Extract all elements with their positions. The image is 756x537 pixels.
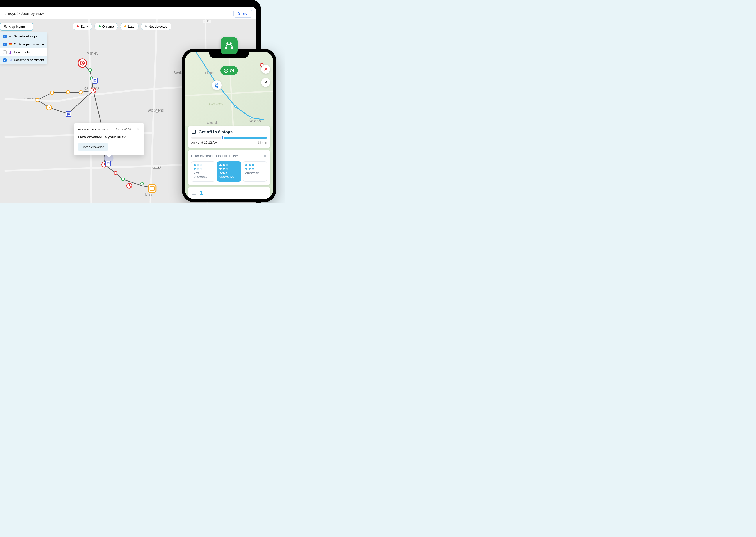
- svg-point-16: [140, 182, 143, 185]
- map-place-label: Waik: [174, 71, 183, 75]
- phone-map-place: Ohapuku: [207, 121, 219, 125]
- dot-icon: [99, 25, 100, 27]
- popup-timestamp: Posted 09:20: [115, 128, 131, 131]
- svg-point-26: [230, 43, 231, 44]
- legend-label: Early: [80, 24, 88, 28]
- svg-rect-37: [192, 130, 195, 133]
- otp-lines-icon: [9, 43, 12, 46]
- layer-option-heartbeats[interactable]: Heartbeats: [0, 48, 47, 56]
- crowding-option-not-crowded[interactable]: NOT CROWDED: [191, 161, 215, 182]
- journey-card: Get off in 8 stops Arrive at 10:12 AM 18…: [188, 126, 270, 148]
- legend-label: Late: [128, 24, 134, 28]
- road-badge: SH 1: [203, 20, 211, 23]
- crowd-dots-icon: [245, 164, 264, 170]
- svg-point-1: [80, 61, 84, 65]
- svg-rect-18: [150, 186, 154, 190]
- comment-marker-icon[interactable]: [105, 161, 111, 166]
- sentiment-popup: PASSENGER SENTIMENT Posted 09:20 ✕ How c…: [74, 123, 144, 155]
- remaining-mins: 18 min: [257, 141, 267, 144]
- bus-location-marker[interactable]: [212, 80, 222, 90]
- svg-point-31: [225, 70, 226, 70]
- popup-title: PASSENGER SENTIMENT: [78, 128, 110, 131]
- svg-point-39: [193, 134, 193, 134]
- svg-point-9: [47, 105, 52, 110]
- map-place-label: Fernside: [24, 97, 39, 102]
- layer-label: Scheduled stops: [14, 35, 37, 38]
- x-icon: ✕: [264, 66, 268, 72]
- phone-map[interactable]: Flaxton Cust River Ohapuku Kaiapoi 74 ✕: [185, 52, 273, 126]
- svg-rect-41: [192, 191, 196, 194]
- layer-option-otp[interactable]: On time performance: [0, 40, 47, 48]
- phone-cards: Get off in 8 stops Arrive at 10:12 AM 18…: [188, 126, 270, 199]
- score-pill[interactable]: 74: [220, 66, 238, 75]
- breadcrumb[interactable]: urneys > Journey view: [4, 11, 44, 16]
- popup-answer-chip: Some crowding: [78, 143, 108, 151]
- svg-rect-34: [216, 85, 218, 86]
- phone-locate-button[interactable]: [261, 78, 270, 87]
- map-layers-label: Map layers: [9, 25, 25, 28]
- svg-point-30: [224, 69, 228, 72]
- dot-icon: [124, 25, 126, 27]
- svg-point-6: [66, 91, 69, 94]
- legend-late[interactable]: Late: [120, 22, 139, 30]
- svg-point-35: [216, 87, 216, 88]
- chevron-up-icon: [26, 25, 30, 28]
- svg-point-24: [232, 48, 233, 49]
- map-place-label: Woodend: [147, 108, 164, 113]
- crowd-option-label: CROWDED: [245, 172, 264, 176]
- svg-point-8: [36, 99, 39, 102]
- route-number: 1: [200, 189, 203, 196]
- popup-question: How crowded is your bus?: [78, 135, 139, 140]
- svg-point-25: [227, 43, 228, 44]
- legend-early[interactable]: Early: [72, 22, 92, 30]
- checkbox-icon: [3, 35, 7, 38]
- phone-close-button[interactable]: ✕: [261, 65, 270, 74]
- bus-icon: [215, 84, 219, 88]
- layer-label: Passenger sentiment: [14, 58, 44, 62]
- layer-label: Heartbeats: [14, 51, 30, 54]
- svg-point-2: [89, 69, 92, 72]
- dot-icon: [145, 25, 147, 27]
- svg-point-28: [250, 117, 252, 118]
- journey-progress[interactable]: [191, 137, 267, 139]
- crowd-dots-icon: [194, 164, 213, 170]
- map-place-label: Ashley: [87, 51, 99, 56]
- arrival-time: Arrive at 10:12 AM: [191, 141, 217, 144]
- crowding-option-some[interactable]: SOME CROWDING: [217, 161, 241, 182]
- comment-marker-icon[interactable]: [66, 111, 71, 117]
- checkbox-icon: [3, 58, 7, 62]
- map-layers-dropdown: Scheduled stops On time performance: [0, 32, 47, 64]
- wifi-icon: [215, 82, 218, 84]
- comment-icon: [9, 59, 12, 62]
- close-icon[interactable]: ✕: [136, 127, 139, 132]
- legend: Early On time Late Not detected: [72, 22, 172, 30]
- map-layers-button[interactable]: Map layers: [0, 22, 33, 31]
- crowding-option-crowded[interactable]: CROWDED: [243, 161, 267, 182]
- phone-frame: Flaxton Cust River Ohapuku Kaiapoi 74 ✕ …: [182, 49, 276, 202]
- crowd-dots-icon: [219, 164, 239, 170]
- share-button[interactable]: Share: [233, 10, 252, 18]
- svg-point-40: [194, 134, 195, 134]
- bus-outline-icon: [191, 190, 197, 196]
- crowding-card: HOW CROWDED IS THE BUS? ✕ NOT CROWDED: [188, 150, 270, 185]
- layer-option-scheduled-stops[interactable]: Scheduled stops: [0, 32, 47, 40]
- layer-option-sentiment[interactable]: Passenger sentiment: [0, 56, 47, 64]
- svg-point-7: [51, 91, 54, 94]
- comment-marker-icon[interactable]: [92, 78, 98, 84]
- svg-point-4: [91, 88, 96, 93]
- svg-point-32: [226, 70, 227, 70]
- phone-screen: Flaxton Cust River Ohapuku Kaiapoi 74 ✕ …: [185, 52, 273, 199]
- checkbox-icon: [3, 51, 7, 54]
- legend-not-detected[interactable]: Not detected: [141, 22, 172, 30]
- journey-title: Get off in 8 stops: [199, 130, 233, 134]
- svg-point-13: [114, 172, 117, 175]
- phone-map-place: Kaiapoi: [249, 119, 262, 123]
- score-value: 74: [229, 68, 234, 73]
- svg-point-5: [79, 91, 82, 94]
- checkbox-icon: [3, 43, 7, 46]
- legend-on-time[interactable]: On time: [95, 22, 118, 30]
- crowding-close-icon[interactable]: ✕: [263, 153, 267, 159]
- next-stop-card: 1: [188, 187, 270, 199]
- progress-handle: [221, 136, 223, 140]
- location-arrow-icon: [264, 80, 268, 84]
